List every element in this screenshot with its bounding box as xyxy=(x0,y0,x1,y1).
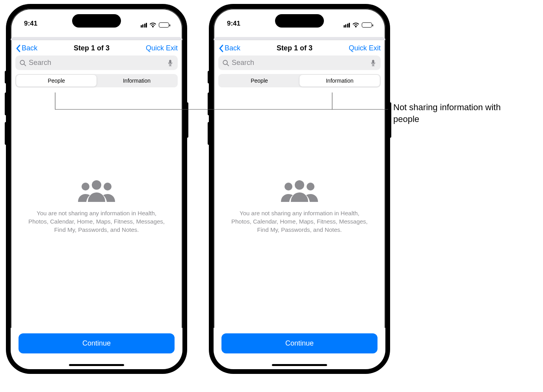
segment-control: People Information xyxy=(218,74,381,87)
sheet-handle xyxy=(11,37,182,40)
back-button[interactable]: Back xyxy=(218,44,240,52)
empty-state-text: You are not sharing any information in H… xyxy=(229,209,370,234)
quick-exit-button[interactable]: Quick Exit xyxy=(349,44,381,52)
svg-point-3 xyxy=(92,180,101,190)
dynamic-island xyxy=(72,14,121,28)
tab-information[interactable]: Information xyxy=(299,75,380,87)
cellular-icon xyxy=(141,23,147,28)
search-icon xyxy=(19,59,26,67)
nav-bar: Back Step 1 of 3 Quick Exit xyxy=(214,40,385,55)
home-indicator xyxy=(272,364,327,366)
svg-point-5 xyxy=(104,183,112,190)
search-field[interactable] xyxy=(15,55,178,70)
mic-icon[interactable] xyxy=(370,59,377,67)
tab-people[interactable]: People xyxy=(16,75,97,87)
back-button[interactable]: Back xyxy=(15,44,37,52)
continue-button[interactable]: Continue xyxy=(19,333,175,353)
callout-text: Not sharing information with people xyxy=(393,102,511,125)
sheet-handle xyxy=(214,37,385,40)
home-indicator xyxy=(69,364,124,366)
wifi-icon xyxy=(352,22,359,28)
mic-icon[interactable] xyxy=(167,59,174,67)
empty-state-text: You are not sharing any information in H… xyxy=(26,209,167,234)
tab-people[interactable]: People xyxy=(219,75,299,87)
status-time: 9:41 xyxy=(227,20,240,28)
search-input[interactable] xyxy=(232,59,367,67)
chevron-left-icon xyxy=(15,44,21,52)
iphone-frame: 9:41 Back Step 1 of 3 Quick Exit xyxy=(209,4,390,374)
svg-point-4 xyxy=(82,183,89,190)
people-icon xyxy=(280,180,319,202)
svg-line-1 xyxy=(24,64,26,66)
svg-point-6 xyxy=(223,60,227,65)
search-field[interactable] xyxy=(218,55,381,70)
iphone-frame: 9:41 Back Step 1 of 3 Quick Exit xyxy=(6,4,187,374)
segment-control: People Information xyxy=(15,74,178,87)
dynamic-island xyxy=(275,14,324,28)
svg-point-9 xyxy=(295,180,304,190)
nav-bar: Back Step 1 of 3 Quick Exit xyxy=(11,40,182,55)
battery-icon xyxy=(362,22,372,28)
status-time: 9:41 xyxy=(24,20,37,28)
tab-information[interactable]: Information xyxy=(97,75,177,87)
page-title: Step 1 of 3 xyxy=(74,44,110,52)
wifi-icon xyxy=(149,22,156,28)
search-input[interactable] xyxy=(29,59,164,67)
people-icon xyxy=(77,180,116,202)
svg-rect-2 xyxy=(169,59,171,63)
svg-point-11 xyxy=(307,183,314,190)
back-label: Back xyxy=(22,44,37,52)
search-icon xyxy=(222,59,229,67)
continue-button[interactable]: Continue xyxy=(221,333,377,353)
back-label: Back xyxy=(225,44,240,52)
svg-point-10 xyxy=(285,183,292,190)
svg-rect-8 xyxy=(372,59,374,63)
cellular-icon xyxy=(344,23,350,28)
svg-line-7 xyxy=(227,64,229,66)
page-title: Step 1 of 3 xyxy=(277,44,312,52)
quick-exit-button[interactable]: Quick Exit xyxy=(146,44,178,52)
chevron-left-icon xyxy=(218,44,224,52)
svg-point-0 xyxy=(20,60,24,65)
battery-icon xyxy=(159,22,169,28)
